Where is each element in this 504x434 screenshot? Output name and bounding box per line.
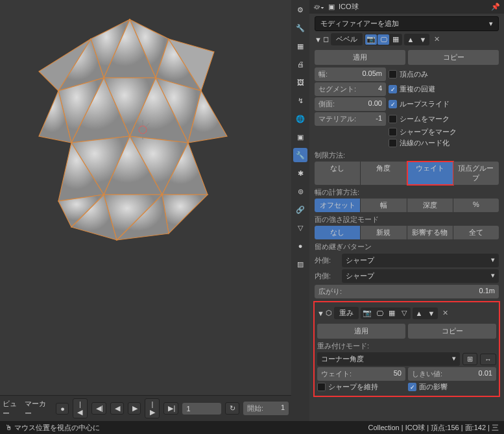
start-frame-field[interactable]: 開始: 1 xyxy=(243,402,289,415)
timeline-marker-menu[interactable]: マーカー xyxy=(25,399,49,418)
particles-icon[interactable]: ✱ xyxy=(293,166,307,180)
delete-modifier-icon[interactable]: ✕ xyxy=(431,34,442,45)
options-icon[interactable]: ⚙ xyxy=(293,3,307,17)
threshold-field[interactable]: しきい値:0.01 xyxy=(408,367,496,381)
width-field[interactable]: 幅:0.05m xyxy=(315,67,386,81)
clamp-overlap-checkbox[interactable]: 重複の回避 xyxy=(389,84,435,94)
keyframe-next-icon[interactable]: |▶ xyxy=(145,398,160,418)
tool-icon[interactable]: 🔧 xyxy=(293,21,307,35)
limit-vgroup[interactable]: 頂点グループ xyxy=(453,162,499,185)
limit-angle[interactable]: 角度 xyxy=(361,162,407,185)
sync-icon[interactable]: ↻ xyxy=(225,402,239,415)
render-visibility-icon[interactable]: 📷 xyxy=(361,308,373,319)
current-frame-field[interactable]: 1 xyxy=(182,403,221,415)
fstrength-none[interactable]: なし xyxy=(315,226,361,239)
spread-field[interactable]: 広がり:0.1m xyxy=(315,285,499,298)
icosphere-mesh xyxy=(6,6,253,253)
wtype-width[interactable]: 幅 xyxy=(361,199,407,212)
copy-button[interactable]: コピー xyxy=(408,324,496,339)
wtype-depth[interactable]: 深度 xyxy=(407,199,453,212)
mark-seams-checkbox[interactable]: シームをマーク xyxy=(389,114,450,124)
auto-key-icon[interactable]: ● xyxy=(56,403,69,415)
pin-icon[interactable]: 📌 xyxy=(491,3,500,11)
miter-inner-select[interactable]: シャープ▾ xyxy=(342,269,499,283)
editmode-visibility-icon[interactable]: ▦ xyxy=(390,34,402,45)
loop-slide-checkbox[interactable]: ループスライド xyxy=(389,99,450,109)
delete-modifier-icon[interactable]: ✕ xyxy=(440,308,450,319)
object-name: ICO球 xyxy=(339,2,359,12)
fstrength-new[interactable]: 新規 xyxy=(361,226,407,239)
limit-method-label: 制限方法: xyxy=(315,151,499,160)
wtype-offset[interactable]: オフセット xyxy=(315,199,361,212)
object-icon[interactable]: ▣ xyxy=(293,130,307,144)
face-strength-label: 面の強さ設定モード xyxy=(315,215,499,224)
editmode-visibility-icon[interactable]: ▦ xyxy=(386,308,398,319)
jump-end-icon[interactable]: ▶| xyxy=(163,402,178,415)
material-icon[interactable]: ● xyxy=(293,239,307,253)
jump-start-icon[interactable]: |◀ xyxy=(73,398,88,418)
add-modifier-dropdown[interactable]: モディファイアーを追加▾ xyxy=(315,16,499,31)
miter-label: 留め継ぎパターン xyxy=(315,242,499,252)
play-reverse-icon[interactable]: ◀ xyxy=(110,402,124,415)
mesh-data-icon[interactable]: ▽ xyxy=(293,221,307,235)
material-field[interactable]: マテリアル:-1 xyxy=(315,112,386,126)
mark-sharp-checkbox[interactable]: シャープをマーク xyxy=(389,127,457,137)
texture-icon[interactable]: ▨ xyxy=(293,257,307,271)
keep-sharp-checkbox[interactable]: シャープを維持 xyxy=(317,382,405,392)
fstrength-affected[interactable]: 影響する物 xyxy=(407,226,453,239)
status-bar: 🖱 マウス位置を視点の中心に Collection | ICO球 | 頂点:15… xyxy=(0,421,504,434)
status-info: Collection | ICO球 | 頂点:156 | 面:142 | 三 xyxy=(368,423,499,433)
weighted-normal-icon: ⬡ xyxy=(326,309,332,317)
realtime-visibility-icon[interactable]: 🖵 xyxy=(378,34,389,45)
move-up-icon[interactable]: ▲ xyxy=(405,34,416,45)
scene-icon[interactable]: ↯ xyxy=(293,93,307,108)
play-icon[interactable]: ▶ xyxy=(128,402,141,415)
world-icon[interactable]: 🌐 xyxy=(293,112,307,126)
physics-icon[interactable]: ⊚ xyxy=(293,184,307,199)
collapse-icon[interactable]: ▼ xyxy=(315,36,321,43)
face-influence-checkbox[interactable]: 面の影響 xyxy=(408,382,496,392)
face-strength-segment: なし 新規 影響する物 全て xyxy=(315,226,499,239)
harden-normals-checkbox[interactable]: 法線のハード化 xyxy=(389,138,450,148)
move-down-icon[interactable]: ▼ xyxy=(417,34,429,45)
options-dropdown-icon[interactable]: ⛮▾ xyxy=(313,3,324,11)
only-vertices-checkbox[interactable]: 頂点のみ xyxy=(389,69,428,79)
status-hint: マウス位置を視点の中心に xyxy=(14,424,100,431)
render-visibility-icon[interactable]: 📷 xyxy=(365,34,377,45)
constraints-icon[interactable]: 🔗 xyxy=(293,202,307,217)
keyframe-prev-icon[interactable]: ◀| xyxy=(91,402,106,415)
vgroup-icon[interactable]: ⊞ xyxy=(462,353,477,365)
apply-button[interactable]: 適用 xyxy=(315,50,405,65)
profile-field[interactable]: 側面:0.00 xyxy=(315,97,386,111)
apply-button[interactable]: 適用 xyxy=(317,324,405,339)
segments-field[interactable]: セグメント:4 xyxy=(315,82,386,96)
move-down-icon[interactable]: ▼ xyxy=(426,308,437,319)
bevel-icon: ◻ xyxy=(323,35,329,43)
output-icon[interactable]: 🖨 xyxy=(293,57,307,71)
modifier-tab-icon[interactable]: 🔧 xyxy=(293,148,307,162)
move-up-icon[interactable]: ▲ xyxy=(413,308,425,319)
fstrength-all[interactable]: 全て xyxy=(453,226,499,239)
realtime-visibility-icon[interactable]: 🖵 xyxy=(374,308,385,319)
viewlayer-icon[interactable]: 🖼 xyxy=(293,75,307,90)
width-type-segment: オフセット 幅 深度 % xyxy=(315,199,499,212)
svg-marker-17 xyxy=(162,195,208,234)
properties-tabs: ⚙ 🔧 ▦ 🖨 🖼 ↯ 🌐 ▣ 🔧 ✱ ⊚ 🔗 ▽ ● ▨ xyxy=(291,0,309,434)
width-type-label: 幅の計算方法: xyxy=(315,187,499,197)
invert-icon[interactable]: ↔ xyxy=(480,354,496,365)
miter-outer-select[interactable]: シャープ▾ xyxy=(342,254,499,267)
wtype-percent[interactable]: % xyxy=(453,199,499,212)
modifier-name[interactable]: 重み xyxy=(334,307,359,319)
modifier-name[interactable]: ベベル xyxy=(331,33,363,45)
mouse-icon: 🖱 xyxy=(5,424,12,431)
render-icon[interactable]: ▦ xyxy=(293,39,307,53)
collapse-icon[interactable]: ▼ xyxy=(317,309,324,317)
cage-icon[interactable]: ▽ xyxy=(398,308,410,319)
limit-weight[interactable]: ウェイト xyxy=(407,162,453,185)
copy-button[interactable]: コピー xyxy=(408,50,499,65)
timeline-view-menu[interactable]: ビュー xyxy=(3,399,21,418)
weighting-mode-select[interactable]: コーナー角度▾ xyxy=(317,352,460,366)
limit-none[interactable]: なし xyxy=(315,162,361,185)
weight-field[interactable]: ウェイト:50 xyxy=(317,367,405,381)
3d-viewport[interactable] xyxy=(0,0,291,395)
